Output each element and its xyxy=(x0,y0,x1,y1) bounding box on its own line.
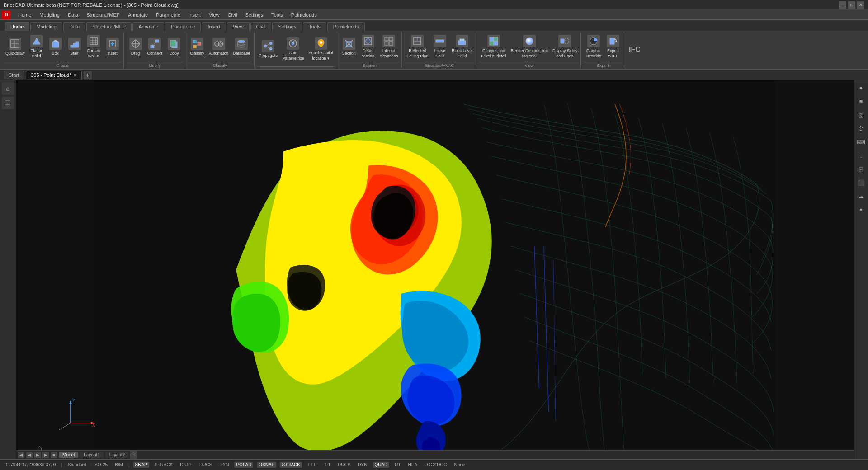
block-level-button[interactable]: Block Level Solid xyxy=(450,33,474,60)
graphic-override-button[interactable]: Graphic Override xyxy=(584,33,603,60)
menu-structural[interactable]: Structural/MEP xyxy=(83,11,123,19)
linear-solid-button[interactable]: Linear Solid xyxy=(431,33,449,60)
viewport[interactable]: Y X ⌂ ◀ ◀ ▶ ▶ ■ Model Layout1 Layout2 + xyxy=(16,80,854,459)
menu-settings[interactable]: Settings xyxy=(241,11,267,19)
osnap-toggle[interactable]: OSNAP xyxy=(257,462,276,468)
menu-parametric[interactable]: Parametric xyxy=(152,11,184,19)
model-explorer-button[interactable]: ≡ xyxy=(856,96,867,107)
tile-toggle[interactable]: TILE xyxy=(306,462,319,468)
quickdraw-button[interactable]: Quickdraw xyxy=(4,33,27,60)
ifc-label: IFC xyxy=(629,46,641,54)
copy-icon xyxy=(168,38,180,50)
ducs-toggle[interactable]: DUCS xyxy=(198,462,214,468)
tab-settings[interactable]: Settings xyxy=(272,22,302,31)
keyboard-button[interactable]: ⌨ xyxy=(856,136,867,147)
tab-305-point-cloud[interactable]: 305 - Point Cloud* ✕ xyxy=(26,70,81,79)
nav-prev-button[interactable]: ◀ xyxy=(18,452,24,458)
navigation-button[interactable]: ⏱ xyxy=(856,123,867,134)
reflected-ceiling-button[interactable]: Reflected Ceiling Plan xyxy=(405,33,430,60)
nav-next-button[interactable]: ▶ xyxy=(34,452,41,458)
tab-parametric[interactable]: Parametric xyxy=(165,22,201,31)
rt-toggle[interactable]: RT xyxy=(393,462,402,468)
nav-stop-button[interactable]: ■ xyxy=(51,452,57,458)
restore-button[interactable]: □ xyxy=(848,1,855,9)
propagate-button[interactable]: Propagate xyxy=(257,36,280,62)
svg-rect-22 xyxy=(198,42,201,45)
layout-add-button[interactable]: + xyxy=(130,451,137,459)
tab-close-button[interactable]: ✕ xyxy=(73,73,77,78)
tab-civil[interactable]: Civil xyxy=(250,22,272,31)
layout-tab-layout1[interactable]: Layout1 xyxy=(80,452,104,458)
hea-toggle[interactable]: HEA xyxy=(406,462,420,468)
interior-elevations-button[interactable]: Interior elevations xyxy=(378,33,400,60)
connect-button[interactable]: Connect xyxy=(146,33,165,60)
layers-sidebar-button[interactable]: ☰ xyxy=(2,97,14,109)
tab-tools[interactable]: Tools xyxy=(303,22,326,31)
close-button[interactable]: ✕ xyxy=(857,1,864,9)
minimize-button[interactable]: ─ xyxy=(839,1,846,9)
snap-toggle[interactable]: SNAP xyxy=(133,462,149,468)
database-button[interactable]: Database xyxy=(231,33,252,60)
model-right-button[interactable]: ⬛ xyxy=(856,177,867,188)
dupl-toggle[interactable]: DUPL xyxy=(178,462,194,468)
menu-tools[interactable]: Tools xyxy=(268,11,287,19)
detail-section-button[interactable]: Detail section xyxy=(359,33,377,60)
menu-view[interactable]: View xyxy=(205,11,223,19)
menu-home[interactable]: Home xyxy=(14,11,35,19)
polar-toggle[interactable]: POLAR xyxy=(234,462,253,468)
menu-annotate[interactable]: Annotate xyxy=(124,11,151,19)
stair-button[interactable]: Stair xyxy=(66,33,84,60)
star-button[interactable]: ✦ xyxy=(856,204,867,215)
classify-button[interactable]: Classify xyxy=(188,33,206,60)
copy-button[interactable]: Copy xyxy=(165,33,183,60)
menu-data[interactable]: Data xyxy=(64,11,82,19)
cloud-right-button[interactable]: ☁ xyxy=(856,191,867,202)
insert-button[interactable]: Insert xyxy=(104,33,122,60)
dyn-toggle[interactable]: DYN xyxy=(217,462,231,468)
tab-modeling[interactable]: Modeling xyxy=(30,22,62,31)
menu-modeling[interactable]: Modeling xyxy=(36,11,63,19)
box-button[interactable]: Box xyxy=(47,33,65,60)
auto-parametrize-button[interactable]: Auto Auto Parametrize xyxy=(280,36,306,62)
new-tab-button[interactable]: + xyxy=(84,71,92,79)
svg-line-74 xyxy=(59,423,71,430)
app-logo[interactable]: B xyxy=(2,10,11,19)
strack2-toggle[interactable]: STRACK xyxy=(280,462,302,468)
tab-insert[interactable]: Insert xyxy=(202,22,226,31)
tab-annotate[interactable]: Annotate xyxy=(132,22,164,31)
layout-tab-model[interactable]: Model xyxy=(59,452,78,458)
strack-toggle[interactable]: STRACK xyxy=(153,462,175,468)
compass-button[interactable]: ◎ xyxy=(856,109,867,120)
planar-solid-button[interactable]: Planar Solid xyxy=(28,33,46,60)
home-sidebar-button[interactable]: ⌂ xyxy=(2,82,14,95)
tab-structural[interactable]: Structural/MEP xyxy=(86,22,132,31)
drag-button[interactable]: Drag xyxy=(127,33,145,60)
lockdoc-toggle[interactable]: LOCKDOC xyxy=(423,462,448,468)
section-button[interactable]: Section xyxy=(340,33,358,60)
curtain-wall-button[interactable]: Curtain Wall ▾ xyxy=(85,33,103,60)
ducs2-toggle[interactable]: DUCS xyxy=(336,462,352,468)
attach-spatial-button[interactable]: Attach spatial location ▾ xyxy=(307,36,335,62)
tab-pointclouds[interactable]: Pointclouds xyxy=(327,22,365,31)
composition-detail-button[interactable]: Composition Level of detail xyxy=(479,33,508,60)
layout-tab-layout2[interactable]: Layout2 xyxy=(105,452,129,458)
display-sides-button[interactable]: Display Sides and Ends xyxy=(551,33,579,60)
tab-start[interactable]: Start xyxy=(4,70,24,79)
tab-view[interactable]: View xyxy=(227,22,250,31)
nav-prev2-button[interactable]: ◀ xyxy=(26,452,33,458)
layers-right-button[interactable]: ⊞ xyxy=(856,164,867,174)
tab-data[interactable]: Data xyxy=(63,22,85,31)
tab-home[interactable]: Home xyxy=(5,22,29,31)
export-ifc-button[interactable]: Export to IFC xyxy=(604,33,622,60)
dyn2-toggle[interactable]: DYN xyxy=(356,462,369,468)
menu-civil[interactable]: Civil xyxy=(224,11,241,19)
menu-insert[interactable]: Insert xyxy=(184,11,204,19)
quad-toggle[interactable]: QUAD xyxy=(373,462,389,468)
render-composition-button[interactable]: Render Composition Material xyxy=(509,33,550,60)
menu-pointclouds[interactable]: Pointclouds xyxy=(288,11,321,19)
measure-button[interactable]: ↕ xyxy=(856,150,867,161)
view-group-label: View xyxy=(479,62,579,68)
automatch-button[interactable]: Automatch xyxy=(207,33,230,60)
properties-button[interactable]: ● xyxy=(856,82,867,93)
nav-next2-button[interactable]: ▶ xyxy=(42,452,49,458)
